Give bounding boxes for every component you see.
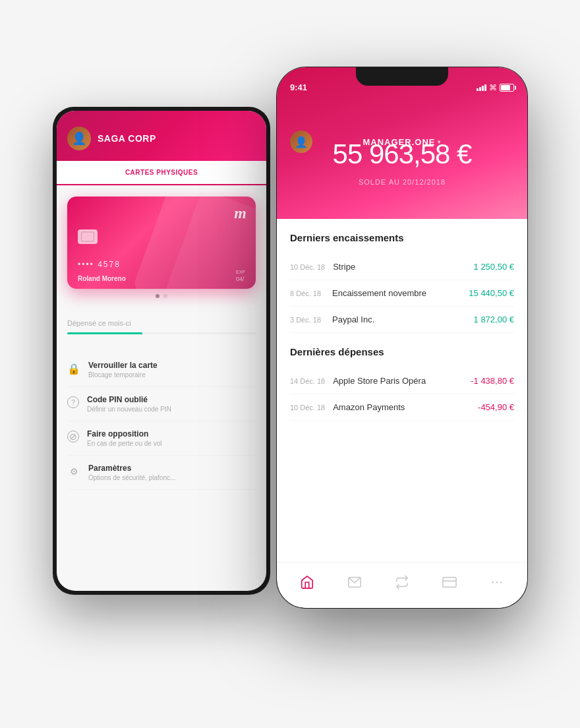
card-expiry: EXP 04/ xyxy=(236,270,245,282)
list-item: 8 Déc. 18 Encaissement novembre 15 440,5… xyxy=(290,280,514,307)
list-item: 14 Déc. 18 Apple Store Paris Opéra -1 43… xyxy=(290,368,514,394)
menu-title-pin: Code PIN oublié xyxy=(87,395,171,404)
transaction-left-3: 3 Déc. 18 Paypal Inc. xyxy=(290,315,374,324)
list-item[interactable]: ⊘ Faire opposition En cas de perte ou de… xyxy=(67,421,256,456)
signal-bar-1 xyxy=(477,88,478,91)
card-section: m •••• 4578 Roland Moreno EXP 04/ xyxy=(57,186,266,314)
list-item[interactable]: ? Code PIN oublié Définir un nouveau cod… xyxy=(67,387,256,421)
svg-point-3 xyxy=(492,581,494,583)
back-phone-screen: 👤 SAGA CORP CARTES PHYSIQUES m •••• 4578… xyxy=(57,111,266,591)
lock-icon: 🔒 xyxy=(67,362,80,375)
list-item: 10 Déc. 18 Stripe 1 250,50 € xyxy=(290,254,514,280)
transactions-area: Derniers encaissements 10 Déc. 18 Stripe… xyxy=(277,219,527,421)
card-logo: m xyxy=(234,204,246,222)
menu-item-text-lock: Verrouiller la carte Blocage temporaire xyxy=(88,361,158,379)
nav-mail[interactable] xyxy=(339,570,370,595)
nav-home[interactable] xyxy=(292,570,322,595)
transaction-name-2: Encaissement novembre xyxy=(332,288,426,298)
phones-container: 👤 SAGA CORP CARTES PHYSIQUES m •••• 4578… xyxy=(53,67,527,661)
spending-section: Dépensé ce mois-ci xyxy=(57,314,266,353)
transaction-name-1: Stripe xyxy=(333,262,355,272)
signal-bar-2 xyxy=(479,87,481,91)
menu-sub-opposition: En cas de perte ou de vol xyxy=(87,440,161,447)
opposition-icon: ⊘ xyxy=(67,431,79,442)
transaction-date-4: 14 Déc. 18 xyxy=(290,377,325,385)
dot-2 xyxy=(163,294,167,298)
list-item[interactable]: ⚙ Paramètres Options de sécurité, plafon… xyxy=(67,456,256,490)
back-header: 👤 SAGA CORP xyxy=(57,111,266,161)
card-holder: Roland Moreno xyxy=(78,275,126,282)
front-avatar: 👤 xyxy=(290,131,312,153)
nav-more[interactable] xyxy=(482,570,512,595)
menu-sub-lock: Blocage temporaire xyxy=(88,371,158,379)
transaction-name-5: Amazon Payments xyxy=(333,402,405,412)
expense-section-title: Dernières dépenses xyxy=(290,346,514,357)
transaction-name-4: Apple Store Paris Opéra xyxy=(333,376,426,386)
signal-bar-4 xyxy=(484,84,486,91)
transaction-left-5: 10 Déc. 18 Amazon Payments xyxy=(290,402,405,412)
card-dots-indicator xyxy=(67,294,256,298)
nav-transfer[interactable] xyxy=(387,570,417,595)
back-tabs: CARTES PHYSIQUES xyxy=(57,161,266,186)
account-name: MANAGER.ONE ▾ xyxy=(363,137,442,147)
back-avatar-image: 👤 xyxy=(67,127,91,150)
spending-bar xyxy=(67,332,256,334)
status-time: 9:41 xyxy=(290,82,307,92)
card-number: •••• 4578 xyxy=(78,260,121,269)
list-item[interactable]: 🔒 Verrouiller la carte Blocage temporair… xyxy=(67,353,256,387)
list-item: 3 Déc. 18 Paypal Inc. 1 872,00 € xyxy=(290,307,514,333)
battery-fill xyxy=(501,85,510,90)
credit-card: m •••• 4578 Roland Moreno EXP 04/ xyxy=(67,197,256,289)
svg-point-4 xyxy=(496,581,498,583)
income-section-title: Derniers encaissements xyxy=(290,232,514,243)
transaction-date-3: 3 Déc. 18 xyxy=(290,316,324,324)
card-chip xyxy=(78,229,98,244)
nav-card[interactable] xyxy=(434,570,465,595)
svg-point-5 xyxy=(500,581,502,583)
front-header: 👤 MANAGER.ONE ▾ xyxy=(277,125,527,161)
transaction-name-3: Paypal Inc. xyxy=(332,315,374,324)
spending-bar-fill xyxy=(67,332,142,334)
menu-title-lock: Verrouiller la carte xyxy=(88,361,158,370)
balance-date: SOLDE AU 20/12/2018 xyxy=(290,178,514,186)
menu-item-text-pin: Code PIN oublié Définir un nouveau code … xyxy=(87,395,171,413)
front-phone-screen: 9:41 ⌘ 👤 xyxy=(277,67,527,608)
question-icon: ? xyxy=(67,396,79,408)
list-item: 10 Déc. 18 Amazon Payments -454,90 € xyxy=(290,394,514,421)
transaction-amount-3: 1 872,00 € xyxy=(474,315,514,324)
transaction-left-2: 8 Déc. 18 Encaissement novembre xyxy=(290,288,426,298)
dropdown-arrow-icon[interactable]: ▾ xyxy=(438,139,441,145)
tab-cartes-physiques[interactable]: CARTES PHYSIQUES xyxy=(57,161,266,185)
transaction-amount-2: 15 440,50 € xyxy=(469,288,514,298)
wifi-icon: ⌘ xyxy=(489,83,497,92)
transaction-date-1: 10 Déc. 18 xyxy=(290,263,325,271)
battery-icon xyxy=(500,84,514,92)
transaction-amount-1: 1 250,50 € xyxy=(474,262,514,272)
card-exp-date: 04/ xyxy=(236,276,245,282)
bottom-nav xyxy=(277,562,527,608)
transaction-left-4: 14 Déc. 18 Apple Store Paris Opéra xyxy=(290,376,426,386)
iphone-notch xyxy=(356,67,448,86)
signal-bar-3 xyxy=(482,86,484,91)
back-phone: 👤 SAGA CORP CARTES PHYSIQUES m •••• 4578… xyxy=(53,107,270,595)
company-name: SAGA CORP xyxy=(98,133,156,144)
dot-1 xyxy=(156,294,160,298)
menu-item-text-opposition: Faire opposition En cas de perte ou de v… xyxy=(87,429,161,447)
back-avatar: 👤 xyxy=(67,127,91,150)
account-name-text: MANAGER.ONE xyxy=(363,137,436,147)
card-exp-label: EXP xyxy=(236,270,245,274)
transaction-left-1: 10 Déc. 18 Stripe xyxy=(290,262,355,272)
spending-label: Dépensé ce mois-ci xyxy=(67,319,256,327)
transaction-date-5: 10 Déc. 18 xyxy=(290,404,325,411)
menu-sub-pin: Définir un nouveau code PIN xyxy=(87,406,171,413)
menu-item-text-settings: Paramètres Options de sécurité, plafonc.… xyxy=(88,464,175,481)
svg-rect-1 xyxy=(443,577,456,587)
menu-title-settings: Paramètres xyxy=(88,464,175,473)
menu-sub-settings: Options de sécurité, plafonc... xyxy=(88,474,175,481)
transaction-amount-5: -454,90 € xyxy=(478,402,514,412)
transaction-amount-4: -1 438,80 € xyxy=(471,376,514,386)
menu-title-opposition: Faire opposition xyxy=(87,429,161,439)
menu-list: 🔒 Verrouiller la carte Blocage temporair… xyxy=(57,353,266,490)
status-icons: ⌘ xyxy=(477,83,514,92)
transaction-date-2: 8 Déc. 18 xyxy=(290,289,324,297)
